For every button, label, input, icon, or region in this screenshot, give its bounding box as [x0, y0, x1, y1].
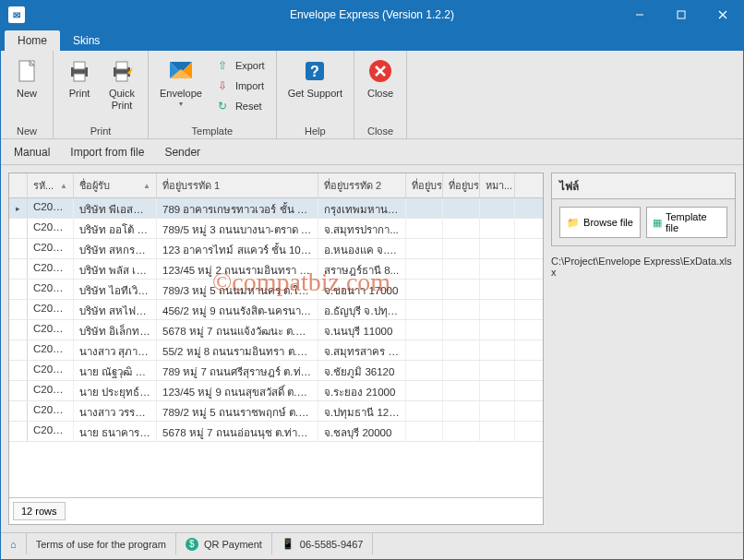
group-help-label: Help [282, 124, 348, 137]
minimize-button[interactable] [618, 1, 660, 29]
file-path: C:\Project\Envelope Express\ExData.xlsx [551, 256, 736, 278]
maximize-button[interactable] [660, 1, 702, 29]
titlebar: ✉ Envelope Express (Version 1.2.2) [1, 1, 743, 29]
import-icon: ⇩ [215, 78, 230, 93]
tab-home[interactable]: Home [5, 30, 60, 51]
table-row[interactable]: C2013... นาย ประยุทธ์ สุขส... 123/45 หมู… [9, 381, 543, 401]
qr-payment-button[interactable]: $QR Payment [176, 533, 272, 554]
group-new-label: New [6, 124, 47, 137]
new-button[interactable]: New [6, 54, 47, 101]
import-button[interactable]: ⇩Import [210, 77, 270, 95]
side-panel-title: ไฟล์ [551, 173, 736, 198]
export-icon: ⇧ [215, 58, 230, 73]
col-addr4[interactable]: ที่อยู่บร... [443, 173, 480, 197]
col-addr3[interactable]: ที่อยู่บร... [406, 173, 443, 197]
col-addr1[interactable]: ที่อยู่บรรทัด 1 [157, 173, 318, 197]
support-button[interactable]: ? Get Support [282, 54, 348, 101]
print-icon [65, 56, 94, 86]
svg-rect-1 [678, 11, 685, 18]
group-print-label: Print [59, 124, 142, 137]
status-bar: ⌂ Terms of use for the program $QR Payme… [1, 532, 743, 554]
window-title: Envelope Express (Version 1.2.2) [290, 8, 454, 21]
svg-rect-6 [74, 62, 85, 69]
main-tabs: Home Skins [1, 29, 743, 51]
subtab-import[interactable]: Import from file [68, 142, 146, 162]
new-icon [12, 56, 42, 86]
grid-footer: 12 rows [9, 497, 543, 524]
group-close-label: Close [360, 124, 401, 137]
tab-skins[interactable]: Skins [60, 30, 113, 51]
print-button[interactable]: Print [59, 54, 100, 101]
phone-contact[interactable]: 📱06-5585-9467 [272, 533, 374, 554]
table-row[interactable]: C2013... นางสาว สุภาพร พ... 55/2 หมู่ 8 … [9, 340, 543, 361]
data-grid[interactable]: รหั...▲ ชื่อผู้รับ▲ ที่อยู่บรรทัด 1 ที่อ… [8, 173, 544, 525]
svg-rect-9 [116, 62, 127, 69]
quick-print-icon [107, 56, 137, 86]
quick-print-button[interactable]: Quick Print [102, 54, 142, 113]
close-icon [366, 56, 395, 86]
table-row[interactable]: C2013... บริษัท ไอทีเวิร์ค จำ... 789/3 ห… [9, 280, 543, 300]
col-code[interactable]: รหั...▲ [28, 173, 74, 197]
envelope-icon [166, 56, 196, 86]
sub-tabs: Manual Import from file Sender [1, 139, 743, 165]
home-status-button[interactable]: ⌂ [1, 533, 27, 554]
reset-button[interactable]: ↻Reset [210, 97, 270, 115]
browse-file-button[interactable]: 📁Browse file [559, 207, 641, 238]
export-button[interactable]: ⇧Export [210, 56, 270, 75]
folder-icon: 📁 [567, 217, 580, 229]
phone-icon: 📱 [282, 538, 294, 550]
col-recipient[interactable]: ชื่อผู้รับ▲ [74, 173, 157, 197]
svg-rect-10 [116, 74, 127, 81]
app-icon: ✉ [8, 6, 25, 23]
subtab-manual[interactable]: Manual [12, 142, 52, 162]
col-addr2[interactable]: ที่อยู่บรรทัด 2 [318, 173, 406, 197]
col-note[interactable]: หมา... [480, 173, 515, 197]
svg-text:?: ? [310, 64, 319, 79]
dollar-icon: $ [186, 538, 198, 551]
home-icon: ⌂ [10, 539, 17, 550]
grid-header: รหั...▲ ชื่อผู้รับ▲ ที่อยู่บรรทัด 1 ที่อ… [9, 173, 543, 198]
table-row[interactable]: C2013... บริษัท สหกรณ์ไอที... 123 อาคารไ… [9, 239, 543, 259]
table-row[interactable]: C2013... บริษัท พลัส เทคโนโ... 123/45 หม… [9, 259, 543, 280]
reset-icon: ↻ [215, 99, 230, 113]
close-app-button[interactable]: Close [360, 54, 401, 101]
table-row[interactable]: C2013... บริษัท ออโต้ ไอที โ... 789/5 หม… [9, 219, 543, 239]
template-icon: ▦ [653, 217, 662, 229]
table-row[interactable]: C2013... นาย ธนาคาร สุดใจ 5678 หมู่ 7 ถน… [9, 422, 543, 442]
group-template-label: Template [154, 124, 270, 137]
table-row[interactable]: ▸ C2013... บริษัท พีเอสที กรุ๊ป... 789 อ… [9, 198, 543, 219]
svg-rect-7 [74, 74, 85, 81]
subtab-sender[interactable]: Sender [162, 142, 202, 162]
support-icon: ? [300, 56, 330, 86]
table-row[interactable]: C2013... นางสาว วรรณวิภา... 789/2 หมู่ 5… [9, 401, 543, 422]
template-file-button[interactable]: ▦Template file [646, 207, 727, 238]
table-row[interactable]: C2013... นาย ณัฐวุฒิ ทองคำ 789 หมู่ 7 ถน… [9, 361, 543, 381]
table-row[interactable]: C2013... บริษัท สหไฟฟ้าไทย... 456/2 หมู่… [9, 300, 543, 320]
terms-link[interactable]: Terms of use for the program [27, 533, 176, 554]
ribbon: New New Print Quick Print Print Envelope… [1, 51, 743, 139]
table-row[interactable]: C2013... บริษัท อิเล็กทรอนิ... 5678 หมู่… [9, 320, 543, 340]
close-button[interactable] [702, 1, 743, 29]
envelope-button[interactable]: Envelope ▾ [154, 54, 208, 110]
